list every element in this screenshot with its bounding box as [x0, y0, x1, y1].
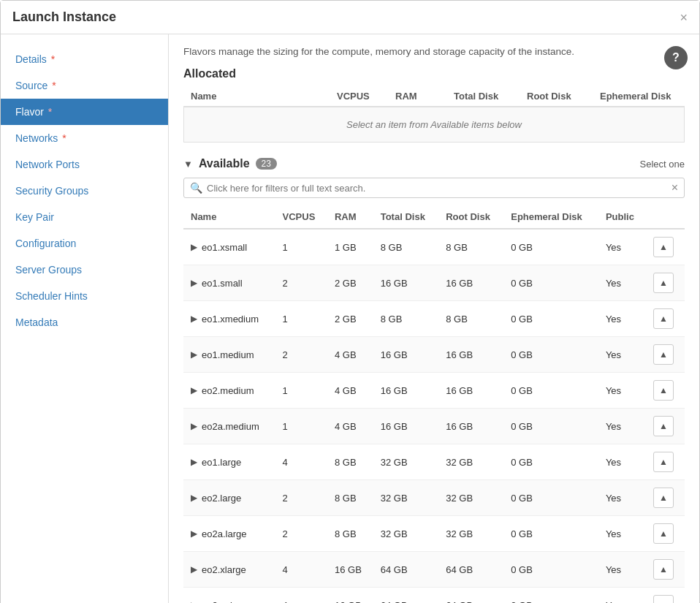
- expand-row-button[interactable]: ▶: [191, 528, 197, 539]
- expand-row-button[interactable]: ▶: [191, 600, 197, 603]
- sidebar-item-key-pair[interactable]: Key Pair: [1, 204, 168, 230]
- row-ephemeral-disk: 0 GB: [503, 301, 598, 337]
- expand-row-button[interactable]: ▶: [191, 421, 197, 431]
- available-header-cell: Total Disk: [373, 205, 439, 229]
- select-flavor-button[interactable]: ▲: [653, 237, 674, 257]
- select-one-label: Select one: [640, 159, 685, 170]
- sidebar-item-label: Details: [15, 53, 47, 65]
- sidebar-item-server-groups[interactable]: Server Groups: [1, 257, 168, 283]
- flavor-name: eo1.large: [202, 457, 241, 468]
- sidebar-item-security-groups[interactable]: Security Groups: [1, 178, 168, 204]
- available-header-action: [646, 205, 685, 229]
- select-flavor-button[interactable]: ▲: [653, 523, 674, 544]
- row-ram: 4 GB: [327, 409, 373, 444]
- close-button[interactable]: ×: [680, 11, 688, 24]
- row-vcpus: 4: [275, 552, 327, 588]
- sidebar-item-network-ports[interactable]: Network Ports: [1, 151, 168, 178]
- expand-row-button[interactable]: ▶: [191, 242, 197, 252]
- required-indicator: *: [48, 53, 55, 65]
- row-vcpus: 2: [275, 480, 327, 516]
- expand-row-button[interactable]: ▶: [191, 349, 197, 360]
- row-name-cell: ▶eo1.medium: [183, 337, 275, 373]
- row-action-cell: ▲: [646, 444, 685, 480]
- sidebar-item-configuration[interactable]: Configuration: [1, 230, 168, 257]
- row-root-disk: 16 GB: [438, 337, 503, 373]
- row-root-disk: 16 GB: [438, 265, 503, 301]
- row-ephemeral-disk: 0 GB: [503, 588, 598, 604]
- main-content: ? Flavors manage the sizing for the comp…: [169, 34, 699, 603]
- row-vcpus: 1: [275, 409, 327, 444]
- row-action-cell: ▲: [646, 516, 685, 552]
- row-public: Yes: [598, 409, 646, 444]
- available-table-head: NameVCPUSRAMTotal DiskRoot DiskEphemeral…: [183, 205, 685, 229]
- row-root-disk: 64 GB: [438, 588, 503, 604]
- search-clear-icon[interactable]: ×: [672, 181, 678, 194]
- row-action-cell: ▲: [646, 373, 685, 409]
- table-row: ▶eo1.xmedium12 GB8 GB8 GB0 GBYes▲: [183, 301, 685, 337]
- modal-body: Details *Source *Flavor *Networks *Netwo…: [1, 34, 699, 603]
- table-row: ▶eo1.large48 GB32 GB32 GB0 GBYes▲: [183, 444, 685, 480]
- flavor-name: eo2a.xlarge: [202, 600, 251, 604]
- sidebar-item-label: Network Ports: [15, 159, 80, 170]
- sidebar-item-networks[interactable]: Networks *: [1, 125, 168, 151]
- help-button[interactable]: ?: [664, 46, 688, 69]
- available-table: NameVCPUSRAMTotal DiskRoot DiskEphemeral…: [183, 205, 685, 603]
- sidebar-item-source[interactable]: Source *: [1, 72, 168, 99]
- expand-row-button[interactable]: ▶: [191, 493, 197, 503]
- row-vcpus: 1: [275, 229, 327, 265]
- expand-row-button[interactable]: ▶: [191, 564, 197, 574]
- expand-row-button[interactable]: ▶: [191, 385, 197, 395]
- row-total-disk: 16 GB: [373, 265, 439, 301]
- row-ram: 16 GB: [327, 552, 373, 588]
- select-flavor-button[interactable]: ▲: [653, 308, 674, 329]
- select-flavor-button[interactable]: ▲: [653, 452, 674, 472]
- row-vcpus: 4: [275, 444, 327, 480]
- row-root-disk: 64 GB: [438, 552, 503, 588]
- select-flavor-button[interactable]: ▲: [653, 559, 674, 580]
- sidebar-item-scheduler-hints[interactable]: Scheduler Hints: [1, 283, 168, 309]
- required-indicator: *: [45, 106, 52, 118]
- row-ram: 8 GB: [327, 444, 373, 480]
- chevron-down-icon: ▼: [183, 159, 193, 170]
- select-flavor-button[interactable]: ▲: [653, 595, 674, 603]
- select-flavor-button[interactable]: ▲: [653, 344, 674, 365]
- select-flavor-button[interactable]: ▲: [653, 380, 674, 401]
- row-total-disk: 8 GB: [373, 229, 439, 265]
- row-total-disk: 16 GB: [373, 409, 439, 444]
- search-input[interactable]: [207, 183, 672, 194]
- sidebar-item-label: Server Groups: [15, 264, 82, 276]
- select-flavor-button[interactable]: ▲: [653, 488, 674, 508]
- row-vcpus: 1: [275, 301, 327, 337]
- flavor-name: eo1.medium: [202, 349, 254, 360]
- select-flavor-button[interactable]: ▲: [653, 416, 674, 436]
- table-row: ▶eo2.large28 GB32 GB32 GB0 GBYes▲: [183, 480, 685, 516]
- sidebar-item-flavor[interactable]: Flavor *: [1, 99, 168, 125]
- available-count-badge: 23: [256, 158, 277, 170]
- available-header-cell: Ephemeral Disk: [503, 205, 598, 229]
- row-action-cell: ▲: [646, 337, 685, 373]
- row-public: Yes: [598, 337, 646, 373]
- expand-row-button[interactable]: ▶: [191, 457, 197, 467]
- row-ephemeral-disk: 0 GB: [503, 373, 598, 409]
- row-ram: 1 GB: [327, 229, 373, 265]
- row-ephemeral-disk: 0 GB: [503, 409, 598, 444]
- allocated-header-cell: Total Disk: [454, 91, 527, 102]
- row-ram: 8 GB: [327, 516, 373, 552]
- row-root-disk: 32 GB: [438, 480, 503, 516]
- sidebar-item-details[interactable]: Details *: [1, 46, 168, 72]
- row-action-cell: ▲: [646, 265, 685, 301]
- table-row: ▶eo1.medium24 GB16 GB16 GB0 GBYes▲: [183, 337, 685, 373]
- expand-row-button[interactable]: ▶: [191, 278, 197, 288]
- row-public: Yes: [598, 516, 646, 552]
- row-name-cell: ▶eo2.large: [183, 480, 275, 516]
- expand-row-button[interactable]: ▶: [191, 314, 197, 324]
- row-name: ▶eo1.small: [191, 278, 268, 289]
- row-public: Yes: [598, 588, 646, 604]
- row-root-disk: 32 GB: [438, 516, 503, 552]
- sidebar-item-metadata[interactable]: Metadata: [1, 309, 168, 335]
- row-vcpus: 2: [275, 265, 327, 301]
- sidebar-item-label: Security Groups: [15, 185, 88, 197]
- select-flavor-button[interactable]: ▲: [653, 273, 674, 293]
- row-action-cell: ▲: [646, 301, 685, 337]
- allocated-section: Allocated NameVCPUSRAMTotal DiskRoot Dis…: [183, 67, 685, 143]
